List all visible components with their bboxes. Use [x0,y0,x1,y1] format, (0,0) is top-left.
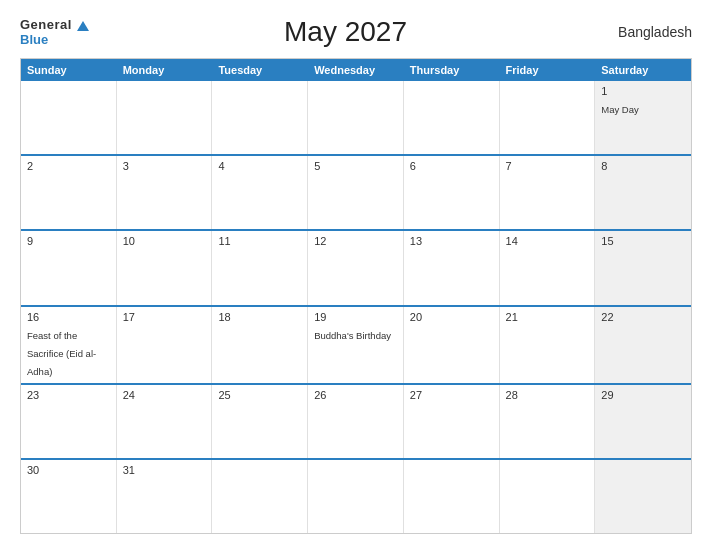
day-number: 19 [314,311,397,323]
page: General Blue May 2027 Bangladesh Sunday … [0,0,712,550]
day-number: 28 [506,389,589,401]
week-row-3: 9 10 11 12 13 14 15 [21,229,691,304]
logo-general: General [20,17,72,32]
day-number: 16 [27,311,110,323]
cell-may19: 19 Buddha's Birthday [308,307,404,383]
day-number: 18 [218,311,301,323]
day-number: 1 [601,85,685,97]
cell-may20: 20 [404,307,500,383]
cell-may4: 4 [212,156,308,229]
cell-may7: 7 [500,156,596,229]
country-label: Bangladesh [602,24,692,40]
logo: General Blue [20,17,89,47]
day-number: 17 [123,311,206,323]
day-number: 4 [218,160,301,172]
cell-empty [21,81,117,154]
cell-may3: 3 [117,156,213,229]
cell-may30: 30 [21,460,117,533]
day-number: 6 [410,160,493,172]
day-number: 30 [27,464,110,476]
cell-may18: 18 [212,307,308,383]
calendar-body: 1 May Day 2 3 4 5 6 [21,81,691,533]
header-saturday: Saturday [595,59,691,81]
logo-text: General [20,17,89,32]
day-number: 31 [123,464,206,476]
holiday-name: Feast of the Sacrifice (Eid al-Adha) [27,330,96,377]
page-title: May 2027 [89,16,602,48]
cell-may22: 22 [595,307,691,383]
cell-empty [308,460,404,533]
day-number: 10 [123,235,206,247]
calendar: Sunday Monday Tuesday Wednesday Thursday… [20,58,692,534]
cell-may29: 29 [595,385,691,458]
cell-empty [212,460,308,533]
cell-may31: 31 [117,460,213,533]
logo-blue: Blue [20,32,48,47]
day-number: 23 [27,389,110,401]
cell-may5: 5 [308,156,404,229]
cell-may2: 2 [21,156,117,229]
logo-blue-text: Blue [20,32,89,47]
day-number: 26 [314,389,397,401]
day-number: 2 [27,160,110,172]
cell-may26: 26 [308,385,404,458]
logo-triangle-icon [77,21,89,31]
header-thursday: Thursday [404,59,500,81]
cell-may9: 9 [21,231,117,304]
header-friday: Friday [500,59,596,81]
day-number: 3 [123,160,206,172]
day-number: 5 [314,160,397,172]
day-number: 9 [27,235,110,247]
day-number: 12 [314,235,397,247]
cell-may17: 17 [117,307,213,383]
day-number: 29 [601,389,685,401]
header: General Blue May 2027 Bangladesh [20,16,692,48]
cell-empty [595,460,691,533]
cell-empty [308,81,404,154]
cell-may24: 24 [117,385,213,458]
header-tuesday: Tuesday [212,59,308,81]
cell-may21: 21 [500,307,596,383]
cell-may6: 6 [404,156,500,229]
cell-may13: 13 [404,231,500,304]
day-number: 21 [506,311,589,323]
cell-may25: 25 [212,385,308,458]
cell-empty [117,81,213,154]
day-number: 24 [123,389,206,401]
cell-may11: 11 [212,231,308,304]
calendar-header: Sunday Monday Tuesday Wednesday Thursday… [21,59,691,81]
cell-may28: 28 [500,385,596,458]
cell-empty [404,81,500,154]
day-number: 15 [601,235,685,247]
week-row-4: 16 Feast of the Sacrifice (Eid al-Adha) … [21,305,691,383]
week-row-6: 30 31 [21,458,691,533]
cell-may16: 16 Feast of the Sacrifice (Eid al-Adha) [21,307,117,383]
cell-may15: 15 [595,231,691,304]
header-sunday: Sunday [21,59,117,81]
week-row-2: 2 3 4 5 6 7 8 [21,154,691,229]
cell-may27: 27 [404,385,500,458]
day-number: 22 [601,311,685,323]
cell-may8: 8 [595,156,691,229]
holiday-name: Buddha's Birthday [314,330,391,341]
header-monday: Monday [117,59,213,81]
day-number: 7 [506,160,589,172]
day-number: 11 [218,235,301,247]
day-number: 8 [601,160,685,172]
cell-may14: 14 [500,231,596,304]
cell-may23: 23 [21,385,117,458]
header-wednesday: Wednesday [308,59,404,81]
cell-may1: 1 May Day [595,81,691,154]
holiday-name: May Day [601,104,638,115]
day-number: 13 [410,235,493,247]
day-number: 20 [410,311,493,323]
week-row-5: 23 24 25 26 27 28 29 [21,383,691,458]
cell-empty [212,81,308,154]
cell-may12: 12 [308,231,404,304]
cell-empty [500,460,596,533]
cell-empty [500,81,596,154]
day-number: 25 [218,389,301,401]
cell-empty [404,460,500,533]
day-number: 27 [410,389,493,401]
cell-may10: 10 [117,231,213,304]
